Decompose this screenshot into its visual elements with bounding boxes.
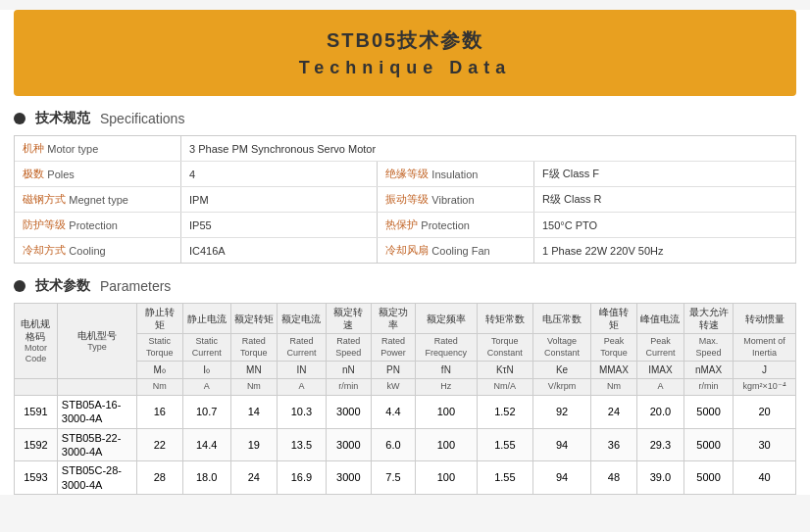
- spec-label: 防护等级 Protection: [15, 213, 181, 237]
- col-header-en: Rated Frequency: [416, 334, 477, 362]
- data-cell: 18.0: [182, 461, 230, 495]
- col-header-unit: r/min: [684, 379, 734, 396]
- col-header-unit: kW: [371, 379, 415, 396]
- spec-row: 冷却方式 Cooling IC416A 冷却风扇 Cooling Fan 1 P…: [15, 238, 795, 263]
- col-header-cn: 转动惯量: [734, 304, 796, 334]
- col-header-en: Rated Torque: [230, 334, 277, 362]
- col-header-en: Torque Constant: [477, 334, 533, 362]
- data-cell: 4.4: [371, 396, 415, 429]
- col-header-sym: fN: [416, 362, 477, 379]
- data-cell: 7.5: [371, 461, 415, 495]
- col-header-unit: kgm²×10⁻⁴: [734, 379, 796, 396]
- col-header-sym: I₀: [182, 362, 230, 379]
- col-header-sym: Ke: [533, 362, 591, 379]
- col-header-cn: 静止转矩: [137, 304, 183, 334]
- col-header-cn: 额定功率: [371, 304, 415, 334]
- specs-title-cn: 技术规范: [35, 110, 90, 127]
- spec-value2: R级 Class R: [534, 187, 795, 212]
- specs-section-header: 技术规范 Specifications: [14, 110, 796, 127]
- data-cell: 10.3: [278, 396, 327, 429]
- col-header-en: Static Current: [182, 334, 230, 362]
- spec-label2: 热保护 Protection: [378, 213, 534, 237]
- col-header-sym: MN: [230, 362, 277, 379]
- data-cell: 5000: [684, 396, 734, 429]
- data-cell: 20: [734, 396, 796, 429]
- data-cell: 10.7: [182, 396, 230, 429]
- spec-value2: F级 Class F: [534, 162, 795, 186]
- data-cell: 94: [533, 461, 591, 495]
- spec-value: IP55: [181, 213, 378, 237]
- col-header-cn: 电压常数: [533, 304, 591, 334]
- col-header-cn: 额定频率: [416, 304, 477, 334]
- data-cell: 5000: [684, 428, 734, 461]
- spec-value: 4: [181, 162, 378, 186]
- spec-row: 磁钢方式 Megnet type IPM 振动等级 Vibration R级 C…: [15, 187, 795, 213]
- params-header-row4: NmANmAr/minkWHzNm/AV/krpmNmAr/minkgm²×10…: [15, 379, 796, 396]
- data-cell: 29.3: [636, 428, 683, 461]
- col-header-sym: nN: [326, 362, 371, 379]
- spec-row: 机种 Motor type 3 Phase PM Synchronous Ser…: [15, 136, 795, 162]
- params-header-row1: 电机规格码Motor Code电机型号Type静止转矩静止电流额定转矩额定电流额…: [15, 304, 796, 334]
- spec-value-full: 3 Phase PM Synchronous Servo Motor: [181, 136, 795, 161]
- col-header-unit: V/krpm: [533, 379, 591, 396]
- col-header-sym: IN: [278, 362, 327, 379]
- motor-code-cell: 1592: [15, 428, 58, 461]
- col-header-unit: Nm: [590, 379, 636, 396]
- col-header-cn: 额定转矩: [230, 304, 277, 334]
- header-title-cn: STB05技术参数: [33, 27, 777, 54]
- data-cell: 39.0: [636, 461, 683, 495]
- table-row: 1591STB05A-16-3000-4A1610.71410.330004.4…: [15, 396, 796, 429]
- table-row: 1592STB05B-22-3000-4A2214.41913.530006.0…: [15, 428, 796, 461]
- params-title-en: Parameters: [100, 278, 171, 294]
- data-cell: 22: [137, 428, 183, 461]
- col-header-en: Rated Current: [278, 334, 327, 362]
- motor-code-cell: 1591: [15, 396, 58, 429]
- motor-type-cell: STB05A-16-3000-4A: [57, 396, 136, 429]
- bullet-icon-2: [14, 280, 25, 292]
- spec-label2: 冷却风扇 Cooling Fan: [378, 238, 534, 263]
- col-header-cn: 峰值转矩: [590, 304, 636, 334]
- motor-type-cell: STB05C-28-3000-4A: [57, 461, 136, 495]
- motor-type-cell: STB05B-22-3000-4A: [57, 428, 136, 461]
- spec-label: 磁钢方式 Megnet type: [15, 187, 181, 212]
- col-header-sym: PN: [371, 362, 415, 379]
- data-cell: 28: [137, 461, 183, 495]
- col-header-unit: A: [182, 379, 230, 396]
- motor-type-header: 电机型号Type: [57, 304, 136, 379]
- data-cell: 92: [533, 396, 591, 429]
- spec-value: IC416A: [181, 238, 378, 263]
- col-header-sym: IMAX: [636, 362, 683, 379]
- spec-label: 冷却方式 Cooling: [15, 238, 181, 263]
- col-header-en: Moment of Inertia: [734, 334, 796, 362]
- spec-value2: 150°C PTO: [534, 213, 795, 237]
- spec-label2: 振动等级 Vibration: [378, 187, 534, 212]
- col-header-en: Rated Speed: [326, 334, 371, 362]
- data-cell: 40: [734, 461, 796, 495]
- col-header-cn: 额定电流: [278, 304, 327, 334]
- data-cell: 3000: [326, 428, 371, 461]
- table-row: 1593STB05C-28-3000-4A2818.02416.930007.5…: [15, 461, 796, 495]
- col-header-sym: nMAX: [684, 362, 734, 379]
- data-cell: 5000: [684, 461, 734, 495]
- spec-label: 极数 Poles: [15, 162, 181, 186]
- spec-label: 机种 Motor type: [15, 136, 181, 161]
- spec-row: 极数 Poles 4 绝缘等级 Insulation F级 Class F: [15, 162, 795, 187]
- data-cell: 30: [734, 428, 796, 461]
- data-cell: 19: [230, 428, 277, 461]
- col-header-en: Peak Current: [636, 334, 683, 362]
- specs-title-en: Specifications: [100, 111, 184, 126]
- col-header-unit: Hz: [416, 379, 477, 396]
- data-cell: 36: [590, 428, 636, 461]
- data-cell: 94: [533, 428, 591, 461]
- data-cell: 100: [416, 461, 477, 495]
- specs-table: 机种 Motor type 3 Phase PM Synchronous Ser…: [14, 135, 796, 264]
- col-header-unit: Nm/A: [477, 379, 533, 396]
- params-table: 电机规格码Motor Code电机型号Type静止转矩静止电流额定转矩额定电流额…: [14, 303, 796, 495]
- bullet-icon: [14, 113, 25, 124]
- col-header-cn: 转矩常数: [477, 304, 533, 334]
- col-header-unit: Nm: [137, 379, 183, 396]
- col-header-unit: A: [636, 379, 683, 396]
- data-cell: 16.9: [278, 461, 327, 495]
- data-cell: 1.55: [477, 428, 533, 461]
- data-cell: 14.4: [182, 428, 230, 461]
